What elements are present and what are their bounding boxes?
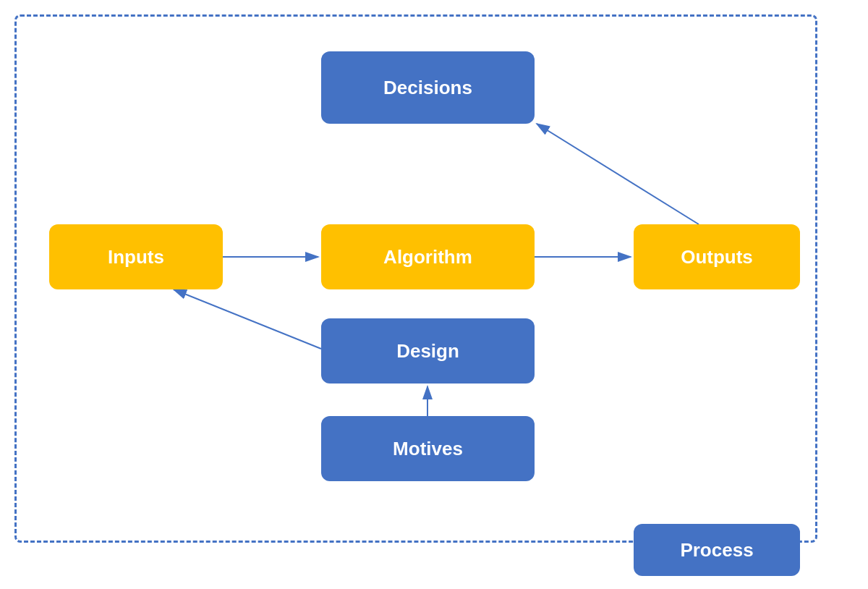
inputs-label: Inputs: [108, 246, 164, 268]
outputs-label: Outputs: [681, 246, 753, 268]
design-label: Design: [396, 340, 459, 363]
design-node: Design: [321, 318, 535, 384]
inputs-node: Inputs: [49, 224, 223, 289]
decisions-label: Decisions: [383, 77, 472, 99]
outputs-node: Outputs: [634, 224, 800, 289]
decisions-node: Decisions: [321, 51, 535, 124]
process-label: Process: [680, 539, 753, 562]
process-node: Process: [634, 524, 800, 576]
motives-node: Motives: [321, 416, 535, 481]
algorithm-node: Algorithm: [321, 224, 535, 289]
motives-label: Motives: [393, 438, 463, 460]
algorithm-label: Algorithm: [383, 246, 472, 268]
diagram-canvas: Inputs Algorithm Outputs Decisions Desig…: [0, 0, 868, 589]
